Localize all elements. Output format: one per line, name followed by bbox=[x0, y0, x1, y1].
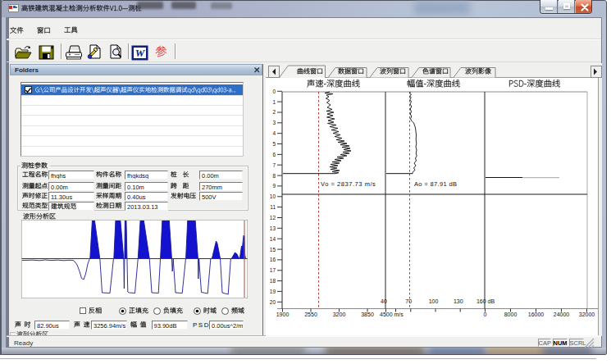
svg-text:160 dB: 160 dB bbox=[476, 298, 495, 304]
svg-text:1: 1 bbox=[272, 99, 276, 105]
svg-text:10: 10 bbox=[270, 193, 276, 199]
svg-text:7: 7 bbox=[272, 162, 276, 168]
svg-text:13: 13 bbox=[270, 225, 276, 231]
svg-text:32000: 32000 bbox=[579, 312, 595, 317]
svg-text:4: 4 bbox=[272, 130, 276, 136]
svg-text:8000: 8000 bbox=[504, 312, 518, 317]
svg-text:Vo = 2837.73 m/s: Vo = 2837.73 m/s bbox=[321, 180, 376, 188]
svg-text:6: 6 bbox=[272, 152, 276, 157]
svg-text:2: 2 bbox=[272, 109, 276, 115]
svg-text:3: 3 bbox=[272, 120, 276, 125]
svg-text:15: 15 bbox=[270, 247, 276, 253]
svg-text:W: W bbox=[135, 47, 146, 59]
svg-text:5: 5 bbox=[272, 141, 276, 147]
svg-text:0: 0 bbox=[484, 312, 487, 317]
svg-text:0: 0 bbox=[272, 89, 276, 94]
svg-text:17: 17 bbox=[270, 267, 276, 273]
svg-text:4500 m/s: 4500 m/s bbox=[380, 312, 404, 317]
svg-text:14: 14 bbox=[270, 236, 276, 242]
svg-text:8: 8 bbox=[272, 173, 276, 179]
svg-text:9: 9 bbox=[272, 183, 276, 189]
svg-text:19: 19 bbox=[270, 289, 276, 294]
svg-text:130: 130 bbox=[454, 298, 463, 304]
svg-text:20: 20 bbox=[270, 299, 276, 305]
svg-text:18: 18 bbox=[270, 278, 276, 284]
svg-text:Ao = 87.91 dB: Ao = 87.91 dB bbox=[414, 180, 457, 188]
svg-text:11: 11 bbox=[270, 204, 276, 210]
svg-text:40: 40 bbox=[381, 298, 387, 304]
svg-text:16000: 16000 bbox=[528, 312, 545, 317]
svg-text:70: 70 bbox=[405, 298, 412, 304]
svg-text:12: 12 bbox=[270, 215, 276, 221]
svg-text:3850: 3850 bbox=[361, 312, 374, 317]
svg-text:16: 16 bbox=[270, 257, 276, 262]
svg-text:3200: 3200 bbox=[333, 312, 346, 317]
svg-text:24000: 24000 bbox=[554, 312, 570, 317]
svg-text:100: 100 bbox=[429, 298, 439, 304]
svg-text:1900: 1900 bbox=[276, 312, 290, 317]
svg-text:2550: 2550 bbox=[304, 312, 317, 317]
